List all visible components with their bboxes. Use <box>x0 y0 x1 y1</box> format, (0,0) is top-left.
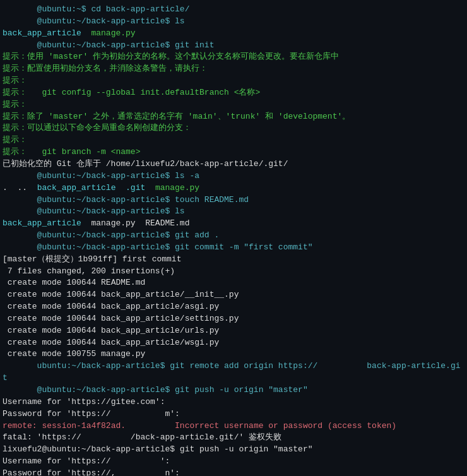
terminal-line: lixuefu2@ubuntu:~/back-app-article$ git … <box>3 444 464 456</box>
terminal-content: @ubuntu:~$ cd back-app-article/ @ubuntu:… <box>3 4 464 476</box>
terminal-text: session-1a4f82ad. Incorrect username or … <box>42 421 396 431</box>
terminal-text: create mode 100644 back_app_article/asgi… <box>3 302 219 311</box>
terminal-line: create mode 100644 back_app_article/sett… <box>3 313 464 325</box>
terminal-text: @ubuntu:~/back-app-article$ ls -a <box>3 171 199 181</box>
terminal-line: Password for 'https:// m': <box>3 408 464 420</box>
terminal-text <box>115 183 126 193</box>
terminal-text: [master（根提交）1b991ff] first commit <box>3 254 181 264</box>
terminal-line: Username for 'https:// ': <box>3 456 464 468</box>
terminal-text: back_app_article <box>3 218 81 228</box>
terminal-line: fatal: 'https:// /back-app-article.git/'… <box>3 432 464 444</box>
terminal-text: @ubuntu:~/back-app-article$ ls <box>3 206 185 216</box>
terminal-line: 提示： git config --global init.defaultBran… <box>3 87 464 99</box>
terminal-line: 提示： <box>3 75 464 87</box>
terminal-text: create mode 100644 back_app_article/__in… <box>3 290 239 299</box>
terminal-line: 提示：可以通过以下命令全局重命名刚创建的分支： <box>3 122 464 134</box>
terminal-text: @ubuntu:~/back-app-article$ ls <box>3 16 185 26</box>
terminal-text: remote: <box>3 421 42 431</box>
terminal-line: create mode 100755 manage.py <box>3 348 464 360</box>
terminal-text: .git <box>126 183 145 193</box>
terminal-text: manage.py README.md <box>81 218 190 228</box>
terminal-text: @ubuntu:~/back-app-article$ git commit -… <box>3 242 312 252</box>
terminal-text: 提示： <box>3 76 27 85</box>
terminal-window: @ubuntu:~$ cd back-app-article/ @ubuntu:… <box>0 0 467 476</box>
terminal-text: lixuefu2@ubuntu:~/back-app-article$ git … <box>3 444 312 454</box>
terminal-line: Password for 'https://, n': <box>3 468 464 476</box>
terminal-text <box>81 28 92 38</box>
terminal-line: @ubuntu:~/back-app-article$ git push -u … <box>3 384 464 396</box>
terminal-line: back_app_article manage.py README.md <box>3 218 464 230</box>
terminal-line: Username for 'https://gitee.com': <box>3 396 464 408</box>
terminal-line: 提示： <box>3 99 464 111</box>
terminal-text: @ubuntu:~/back-app-article$ git add . <box>3 230 219 240</box>
terminal-line: 提示：使用 'master' 作为初始分支的名称。这个默认分支名称可能会更改。要… <box>3 51 464 63</box>
terminal-text: Username for 'https://gitee.com': <box>3 397 170 407</box>
terminal-text: fatal: 'https:// /back-app-article.git/'… <box>3 432 281 442</box>
terminal-line: remote: session-1a4f82ad. Incorrect user… <box>3 420 464 432</box>
terminal-line: @ubuntu:~$ cd back-app-article/ <box>3 4 464 16</box>
terminal-line: create mode 100644 back_app_article/urls… <box>3 325 464 337</box>
terminal-line: back_app_article manage.py <box>3 28 464 40</box>
terminal-text: create mode 100644 back_app_article/wsgi… <box>3 338 219 347</box>
terminal-line: ubuntu:~/back-app-article$ git remote ad… <box>3 360 464 384</box>
terminal-line: create mode 100644 back_app_article/wsgi… <box>3 337 464 349</box>
terminal-text: manage.py <box>91 28 135 38</box>
terminal-text: ubuntu:~/back-app-article$ git remote ad… <box>3 361 461 383</box>
terminal-text: back_app_article <box>37 183 116 193</box>
terminal-text: Password for 'https://, n': <box>3 468 180 476</box>
terminal-line: 提示： <box>3 134 464 146</box>
terminal-text: Username for 'https:// ': <box>3 456 170 466</box>
terminal-line: @ubuntu:~/back-app-article$ ls <box>3 16 464 28</box>
terminal-text: 提示：除了 'master' 之外，通常选定的名字有 'main'、'trunk… <box>3 112 350 121</box>
terminal-text: 7 files changed, 200 insertions(+) <box>3 266 175 276</box>
terminal-line: 提示：除了 'master' 之外，通常选定的名字有 'main'、'trunk… <box>3 111 464 123</box>
terminal-line: @ubuntu:~/back-app-article$ git add . <box>3 230 464 242</box>
terminal-line: create mode 100644 back_app_article/asgi… <box>3 301 464 313</box>
terminal-text: create mode 100644 back_app_article/urls… <box>3 326 219 335</box>
terminal-text: create mode 100755 manage.py <box>3 349 145 359</box>
terminal-text: @ubuntu:~/back-app-article$ git push -u … <box>3 385 308 395</box>
terminal-text: 提示： git config --global init.defaultBran… <box>3 88 260 97</box>
terminal-text: create mode 100644 back_app_article/sett… <box>3 314 239 323</box>
terminal-text <box>145 183 155 193</box>
terminal-line: 提示：配置使用初始分支名，并消除这条警告，请执行： <box>3 63 464 75</box>
terminal-text: 提示： <box>3 100 27 109</box>
terminal-line: @ubuntu:~/back-app-article$ git commit -… <box>3 242 464 254</box>
terminal-text: . <box>3 183 17 193</box>
terminal-text: 提示：配置使用初始分支名，并消除这条警告，请执行： <box>3 64 208 73</box>
terminal-text: Password for 'https:// m': <box>3 409 180 419</box>
terminal-text: create mode 100644 README.md <box>3 278 145 287</box>
terminal-line: . .. back_app_article .git manage.py <box>3 182 464 194</box>
terminal-text: .. <box>17 183 37 193</box>
terminal-line: 7 files changed, 200 insertions(+) <box>3 266 464 278</box>
terminal-text: manage.py <box>155 183 199 193</box>
terminal-line: 已初始化空的 Git 仓库于 /home/lixuefu2/back-app-a… <box>3 158 464 170</box>
terminal-text: 提示： git branch -m <name> <box>3 147 140 157</box>
terminal-line: @ubuntu:~/back-app-article$ ls <box>3 206 464 218</box>
terminal-line: create mode 100644 back_app_article/__in… <box>3 289 464 301</box>
terminal-text: 提示：可以通过以下命令全局重命名刚创建的分支： <box>3 123 191 133</box>
terminal-text: @ubuntu:~/back-app-article$ git init <box>3 40 214 50</box>
terminal-text: 已初始化空的 Git 仓库于 /home/lixuefu2/back-app-a… <box>3 159 288 169</box>
terminal-text: back_app_article <box>3 28 81 38</box>
terminal-line: [master（根提交）1b991ff] first commit <box>3 254 464 266</box>
terminal-line: create mode 100644 README.md <box>3 277 464 289</box>
terminal-line: @ubuntu:~/back-app-article$ ls -a <box>3 170 464 182</box>
terminal-text: @ubuntu:~$ cd back-app-article/ <box>3 4 189 14</box>
terminal-text: 提示：使用 'master' 作为初始分支的名称。这个默认分支名称可能会更改。要… <box>3 52 339 61</box>
terminal-text: @ubuntu:~/back-app-article$ touch README… <box>3 195 249 205</box>
terminal-line: @ubuntu:~/back-app-article$ git init <box>3 40 464 52</box>
terminal-line: @ubuntu:~/back-app-article$ touch README… <box>3 194 464 206</box>
terminal-line: 提示： git branch -m <name> <box>3 146 464 158</box>
terminal-text: 提示： <box>3 135 27 145</box>
